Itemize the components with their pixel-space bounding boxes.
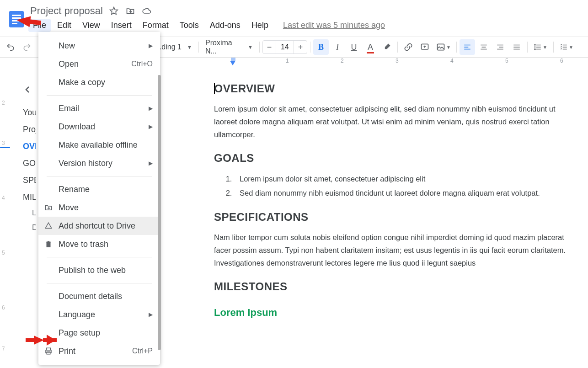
insert-image-button[interactable]: ▼	[433, 39, 454, 55]
separator	[259, 42, 260, 53]
ruler-tick: 4	[450, 58, 454, 64]
ruler-tick: 6	[560, 58, 563, 64]
separator	[198, 42, 199, 53]
goals-list[interactable]: Lorem ipsum dolor sit amet, consectetuer…	[234, 172, 588, 200]
bold-button[interactable]: B	[313, 39, 329, 55]
separator	[310, 42, 310, 53]
menu-item-email[interactable]: Email▶	[38, 99, 160, 117]
font-size-decrease[interactable]: −	[263, 43, 276, 52]
heading-goals[interactable]: GOALS	[214, 152, 588, 165]
svg-marker-11	[16, 16, 41, 28]
align-justify-button[interactable]	[509, 39, 524, 55]
file-menu-dropdown: New▶ OpenCtrl+O Make a copy Email▶ Downl…	[38, 32, 160, 365]
heading-milestones[interactable]: MILESTONES	[214, 280, 588, 293]
ruler-tick: 5	[2, 250, 5, 256]
font-select[interactable]: Proxima N...▼	[202, 39, 257, 55]
separator	[397, 42, 398, 53]
document-page[interactable]: OVERVIEW Lorem ipsum dolor sit amet, con…	[214, 70, 588, 328]
outline-subitem[interactable]: Lo	[14, 206, 36, 220]
shortcut-label: Ctrl+O	[131, 60, 153, 68]
menu-item-publish[interactable]: Publish to the web	[38, 261, 160, 279]
insert-link-button[interactable]	[401, 39, 416, 55]
line-spacing-button[interactable]: ▼	[530, 39, 551, 55]
menu-edit[interactable]: Edit	[53, 19, 76, 32]
separator	[553, 42, 554, 53]
menu-item-new[interactable]: New▶	[38, 37, 160, 55]
last-edit-link[interactable]: Last edit was 5 minutes ago	[283, 21, 385, 30]
outline-item-active[interactable]: OVE	[14, 138, 36, 155]
chevron-right-icon: ▶	[149, 160, 153, 166]
ruler-tick: 1	[286, 58, 289, 64]
align-left-button[interactable]	[460, 39, 475, 55]
horizontal-ruler[interactable]: 1 2 3 4 5 6	[175, 58, 588, 65]
outline-subitem[interactable]: D	[14, 220, 36, 235]
menu-tools[interactable]: Tools	[175, 19, 203, 32]
menu-item-offline[interactable]: Make available offline	[38, 136, 160, 154]
align-center-button[interactable]	[476, 39, 492, 55]
chevron-right-icon: ▶	[149, 43, 153, 49]
svg-marker-13	[34, 336, 44, 345]
underline-button[interactable]: U	[346, 39, 362, 55]
heading-overview[interactable]: OVERVIEW	[214, 82, 588, 95]
font-size-control: − 14 +	[262, 40, 307, 54]
menu-format[interactable]: Format	[138, 19, 173, 32]
menu-separator	[47, 95, 152, 96]
menu-item-move[interactable]: Move	[38, 198, 160, 217]
svg-marker-16	[47, 335, 56, 346]
subheading-milestone[interactable]: Lorem Ipsum	[214, 307, 588, 319]
menu-item-language[interactable]: Language▶	[38, 305, 160, 324]
star-icon[interactable]	[108, 5, 119, 16]
italic-button[interactable]: I	[330, 39, 345, 55]
redo-button[interactable]	[19, 39, 35, 55]
vertical-ruler[interactable]: 2 3 4 5 6 7	[0, 64, 8, 366]
list-item[interactable]: Lorem ipsum dolor sit amet, consectetuer…	[234, 172, 588, 186]
outline-item[interactable]: SPE	[14, 172, 36, 189]
separator	[527, 42, 528, 53]
text-color-button[interactable]: A	[363, 39, 378, 55]
cloud-status-icon[interactable]	[141, 5, 152, 16]
menu-help[interactable]: Help	[247, 19, 273, 32]
ruler-tick: 2	[2, 100, 5, 106]
menu-item-document-details[interactable]: Document details	[38, 287, 160, 305]
menu-item-version-history[interactable]: Version history▶	[38, 154, 160, 172]
menu-separator	[47, 283, 152, 283]
checklist-button[interactable]: ▼	[556, 39, 577, 55]
font-size-value[interactable]: 14	[276, 41, 294, 53]
outline-item[interactable]: GOA	[14, 155, 36, 172]
outline-item[interactable]: MIL	[14, 189, 36, 206]
trash-icon	[44, 240, 53, 248]
menu-view[interactable]: View	[78, 19, 105, 32]
undo-button[interactable]	[3, 39, 18, 55]
outline-item[interactable]: You	[14, 104, 36, 121]
drive-shortcut-icon	[44, 222, 53, 230]
outline-item[interactable]: Proj	[14, 121, 36, 138]
menu-separator	[47, 257, 152, 257]
menu-item-download[interactable]: Download▶	[38, 117, 160, 136]
list-item[interactable]: Sed diam nonummy nibh euismod tincidunt …	[234, 186, 588, 200]
font-size-increase[interactable]: +	[294, 43, 307, 52]
menu-insert[interactable]: Insert	[107, 19, 136, 32]
menu-item-open[interactable]: OpenCtrl+O	[38, 55, 160, 73]
heading-specifications[interactable]: SPECIFICATIONS	[214, 211, 588, 224]
menu-item-trash[interactable]: Move to trash	[38, 235, 160, 253]
add-comment-button[interactable]	[417, 39, 433, 55]
paragraph[interactable]: Lorem ipsum dolor sit amet, consectetuer…	[214, 102, 566, 141]
paragraph[interactable]: Nam liber tempor cum soluta nobis eleife…	[214, 231, 566, 269]
menu-addons[interactable]: Add-ons	[205, 19, 245, 32]
print-icon	[44, 347, 53, 355]
align-right-button[interactable]	[492, 39, 508, 55]
highlight-button[interactable]	[379, 39, 395, 55]
chevron-right-icon: ▶	[149, 105, 153, 112]
menu-separator	[47, 176, 152, 176]
indent-marker-icon[interactable]	[231, 58, 235, 61]
ruler-tick: 3	[396, 58, 399, 64]
outline-back-button[interactable]	[18, 80, 36, 99]
shortcut-label: Ctrl+P	[132, 347, 153, 355]
doc-title[interactable]: Project proposal	[30, 5, 103, 17]
menu-scrollbar[interactable]	[158, 75, 161, 350]
indent-marker-icon[interactable]	[230, 61, 235, 65]
menu-item-rename[interactable]: Rename	[38, 180, 160, 198]
menu-item-add-shortcut[interactable]: Add shortcut to Drive	[38, 217, 160, 235]
menu-item-make-copy[interactable]: Make a copy	[38, 73, 160, 91]
move-folder-icon[interactable]	[125, 5, 136, 16]
